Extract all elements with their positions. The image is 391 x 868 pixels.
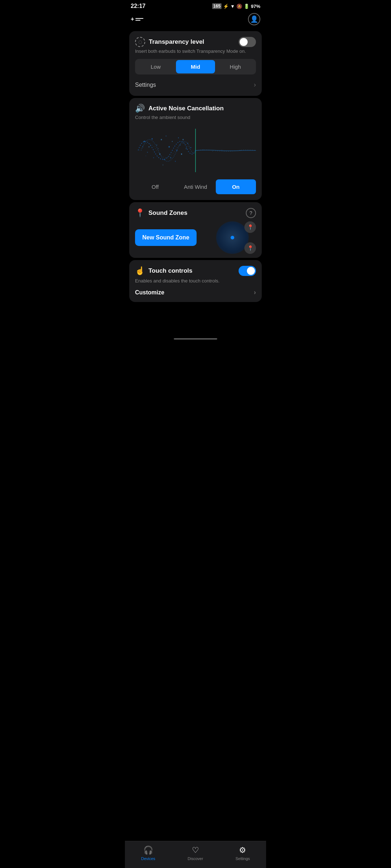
zone-center-dot <box>231 236 234 239</box>
svg-point-3 <box>151 138 152 140</box>
anc-mode-off[interactable]: Off <box>135 179 175 194</box>
svg-point-18 <box>175 161 176 162</box>
pin-icon-1: 📍 <box>247 224 253 230</box>
sound-zones-header: 📍 Sound Zones ? <box>135 208 256 218</box>
svg-point-19 <box>181 153 182 155</box>
svg-point-21 <box>150 145 151 145</box>
profile-button[interactable]: 👤 <box>248 13 260 25</box>
sound-zones-title: Sound Zones <box>148 209 188 217</box>
touch-controls-toggle[interactable] <box>239 266 256 276</box>
svg-point-24 <box>190 147 192 148</box>
customize-label: Customize <box>135 289 164 296</box>
svg-point-22 <box>158 148 159 149</box>
transparency-toggle[interactable] <box>239 37 256 47</box>
svg-point-25 <box>146 156 146 156</box>
svg-point-10 <box>180 145 181 146</box>
bluetooth-icon: ⚡ <box>223 4 229 9</box>
sound-zones-content: New Sound Zone 📍 📍 <box>135 223 256 252</box>
transparency-level-selector: Low Mid High <box>135 59 256 75</box>
svg-point-2 <box>148 146 150 148</box>
anc-subtitle: Control the ambient sound <box>135 115 256 120</box>
svg-point-23 <box>187 143 188 144</box>
touch-controls-card: ☝️ Touch controls Enables and disables t… <box>129 260 262 302</box>
svg-point-14 <box>153 157 154 158</box>
status-bar: 22:17 165 ⚡ ▼ 🔕 🔋 97% <box>125 0 266 11</box>
svg-point-11 <box>182 139 184 140</box>
level-low[interactable]: Low <box>136 60 175 73</box>
customize-chevron-icon: › <box>254 289 256 296</box>
anc-mode-on[interactable]: On <box>216 179 256 194</box>
transparency-card: ◌ Transparency level Insert both earbuds… <box>129 31 262 96</box>
anc-card: 🔊 Active Noise Cancellation Control the … <box>129 98 262 200</box>
touch-controls-header: ☝️ Touch controls <box>135 266 256 276</box>
new-sound-zone-button[interactable]: New Sound Zone <box>135 229 197 246</box>
transparency-settings-row[interactable]: Settings › <box>135 80 256 90</box>
level-high[interactable]: High <box>216 60 255 73</box>
content-area: ◌ Transparency level Insert both earbuds… <box>125 31 266 337</box>
anc-icon: 🔊 <box>135 104 145 113</box>
silent-icon: 🔕 <box>236 4 242 9</box>
menu-button[interactable]: + <box>131 16 143 22</box>
status-time: 22:17 <box>131 3 146 9</box>
svg-point-32 <box>240 150 241 151</box>
svg-point-1 <box>144 141 145 142</box>
person-icon: 👤 <box>250 15 258 23</box>
help-icon: ? <box>249 210 252 216</box>
pin-icon-2: 📍 <box>247 245 253 251</box>
zone-pin-button-2[interactable]: 📍 <box>244 242 256 254</box>
svg-point-30 <box>222 150 222 150</box>
transparency-icon: ◌ <box>135 37 145 47</box>
svg-point-28 <box>203 149 204 150</box>
plus-icon: + <box>131 16 134 22</box>
svg-point-12 <box>186 148 187 149</box>
transparency-header: ◌ Transparency level <box>135 37 256 47</box>
svg-point-5 <box>159 153 160 155</box>
settings-chevron-icon: › <box>254 81 256 89</box>
svg-point-4 <box>156 145 157 146</box>
touch-icon: ☝️ <box>135 266 145 276</box>
svg-point-27 <box>178 137 179 139</box>
svg-point-26 <box>163 165 164 166</box>
svg-point-9 <box>176 150 177 151</box>
customize-row[interactable]: Customize › <box>135 289 256 296</box>
settings-label: Settings <box>135 82 156 88</box>
svg-point-6 <box>164 159 165 160</box>
anc-header: 🔊 Active Noise Cancellation <box>135 104 256 113</box>
transparency-subtitle: Insert both earbuds to switch Transparen… <box>135 48 256 54</box>
battery-level: 97% <box>251 4 260 9</box>
touch-controls-subtitle: Enables and disables the touch controls. <box>135 278 256 284</box>
touch-controls-title: Touch controls <box>148 267 193 275</box>
signal-icon: ▼ <box>230 4 235 9</box>
zone-pin-button-1[interactable]: 📍 <box>244 221 256 233</box>
transparency-title: Transparency level <box>149 38 204 46</box>
anc-mode-antiwind[interactable]: Anti Wind <box>175 179 215 194</box>
anc-mode-selector: Off Anti Wind On <box>135 179 256 194</box>
location-pin-icon: 📍 <box>135 208 145 218</box>
svg-point-16 <box>165 136 167 137</box>
battery-icon: 🔋 <box>244 4 249 9</box>
svg-point-8 <box>172 141 173 142</box>
svg-point-7 <box>168 146 169 148</box>
network-icon: 165 <box>212 3 222 9</box>
help-button[interactable]: ? <box>246 208 256 218</box>
anc-title: Active Noise Cancellation <box>148 105 224 112</box>
sound-zones-card: 📍 Sound Zones ? New Sound Zone 📍 📍 <box>129 202 262 258</box>
svg-point-17 <box>170 157 171 158</box>
zone-circle <box>216 221 249 254</box>
svg-point-13 <box>147 152 148 153</box>
svg-point-15 <box>161 139 162 140</box>
level-mid[interactable]: Mid <box>176 60 215 73</box>
home-indicator <box>174 338 217 340</box>
zone-map: 📍 📍 <box>213 223 256 252</box>
hamburger-icon <box>135 18 143 21</box>
anc-waveform <box>135 125 256 176</box>
status-icons: 165 ⚡ ▼ 🔕 🔋 97% <box>212 3 260 9</box>
top-nav: + 👤 <box>125 11 266 29</box>
svg-point-31 <box>231 150 232 151</box>
svg-point-20 <box>142 146 143 148</box>
svg-point-29 <box>212 151 213 152</box>
